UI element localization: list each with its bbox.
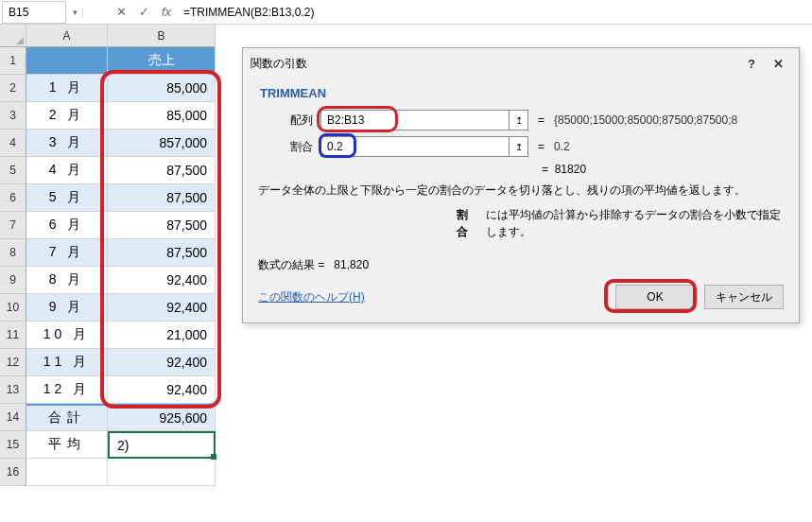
row-header[interactable]: 11: [0, 322, 26, 349]
row-header[interactable]: 8: [0, 239, 26, 267]
ok-button[interactable]: OK: [615, 285, 695, 309]
row-header[interactable]: 5: [0, 157, 26, 184]
cell-B13[interactable]: 92,400: [108, 376, 216, 404]
dialog-close-button[interactable]: ✕: [765, 54, 791, 73]
result-value: 81,820: [334, 258, 369, 271]
cell-A11[interactable]: 10 月: [26, 322, 108, 349]
cell-A7[interactable]: 6 月: [26, 212, 108, 239]
cancel-button[interactable]: キャンセル: [704, 285, 784, 309]
dialog-help-button[interactable]: ?: [738, 54, 765, 73]
cell-A9[interactable]: 8 月: [26, 267, 108, 294]
cell-A14[interactable]: 合計: [26, 404, 108, 431]
cell-B9[interactable]: 92,400: [108, 267, 216, 294]
arg-result-percent: 0.2: [554, 140, 784, 153]
arrow-up-icon: ↥: [515, 142, 523, 152]
dialog-titlebar[interactable]: 関数の引数 ? ✕: [243, 48, 799, 78]
cell-A13[interactable]: 12 月: [26, 376, 108, 404]
calc-value: 81820: [555, 163, 586, 176]
arg-label-array: 配列: [258, 113, 313, 129]
close-icon: ✕: [773, 57, 784, 71]
arg-result-array: {85000;15000;85000;87500;87500;8: [554, 113, 784, 127]
arg-label-percent: 割合: [258, 139, 313, 155]
cell-B3[interactable]: 85,000: [108, 102, 216, 130]
row-header[interactable]: 3: [0, 102, 26, 130]
result-label: 数式の結果 =: [258, 258, 324, 271]
cell-A6[interactable]: 5 月: [26, 184, 108, 212]
cell-B7[interactable]: 87,500: [108, 212, 216, 239]
row-header[interactable]: 14: [0, 404, 26, 431]
cell-A12[interactable]: 11 月: [26, 349, 108, 376]
cell-A3[interactable]: 2 月: [26, 102, 108, 130]
function-name-label: TRIMMEAN: [260, 86, 784, 100]
row-header[interactable]: 2: [0, 75, 26, 102]
cell-A2[interactable]: 1 月: [26, 75, 108, 102]
arg-help-text: には平均値の計算から排除するデータの割合を小数で指定します。: [486, 206, 784, 240]
row-header[interactable]: 16: [0, 459, 26, 486]
cell-B12[interactable]: 92,400: [108, 349, 216, 376]
cell-B8[interactable]: 87,500: [108, 239, 216, 267]
row-header[interactable]: 1: [0, 47, 26, 75]
equals-sign: =: [538, 140, 544, 153]
confirm-entry-button[interactable]: ✓: [132, 1, 155, 24]
cell-B10[interactable]: 92,400: [108, 294, 216, 322]
row-header[interactable]: 12: [0, 349, 26, 376]
cell-A5[interactable]: 4 月: [26, 157, 108, 184]
cell-B14[interactable]: 925,600: [108, 404, 216, 431]
row-header[interactable]: 4: [0, 130, 26, 157]
name-box-dropdown[interactable]: ▾: [68, 8, 83, 17]
insert-function-button[interactable]: fx: [155, 1, 178, 24]
arg-input-percent[interactable]: [320, 136, 510, 157]
name-box[interactable]: B15: [2, 1, 66, 24]
function-arguments-dialog: 関数の引数 ? ✕ TRIMMEAN 配列 ↥ = {85000;15000;8…: [242, 47, 800, 323]
question-icon: ?: [748, 57, 755, 71]
cell-B16[interactable]: [108, 459, 216, 486]
check-icon: ✓: [139, 5, 149, 19]
row-header[interactable]: 9: [0, 267, 26, 294]
cell-A8[interactable]: 7 月: [26, 239, 108, 267]
row-header[interactable]: 6: [0, 184, 26, 212]
equals-sign: =: [542, 163, 555, 176]
select-all-triangle[interactable]: [0, 25, 26, 47]
column-header-B[interactable]: B: [108, 25, 216, 47]
cell-A16[interactable]: [26, 459, 108, 486]
function-help-link[interactable]: この関数のヘルプ(H): [258, 289, 606, 305]
cell-B6[interactable]: 87,500: [108, 184, 216, 212]
collapse-dialog-button[interactable]: ↥: [510, 136, 528, 157]
cell-A4[interactable]: 3 月: [26, 130, 108, 157]
cell-B11[interactable]: 21,000: [108, 322, 216, 349]
cell-A15[interactable]: 平均: [26, 431, 108, 459]
cell-B2[interactable]: 85,000: [108, 75, 216, 102]
row-header[interactable]: 15: [0, 431, 26, 459]
cell-B15-active[interactable]: 2): [108, 431, 216, 459]
arg-help-name: 割合: [457, 206, 476, 240]
equals-sign: =: [538, 113, 544, 127]
cell-B4[interactable]: 857,000: [108, 130, 216, 157]
function-description: データ全体の上限と下限から一定の割合のデータを切り落とし、残りの項の平均値を返し…: [258, 182, 784, 199]
collapse-dialog-button[interactable]: ↥: [510, 110, 528, 130]
dialog-title: 関数の引数: [251, 56, 738, 72]
cell-A10[interactable]: 9 月: [26, 294, 108, 322]
formula-input[interactable]: [178, 4, 812, 21]
row-header[interactable]: 13: [0, 376, 26, 404]
cell-B5[interactable]: 87,500: [108, 157, 216, 184]
row-header[interactable]: 10: [0, 294, 26, 322]
formula-bar-row: B15 ▾ ✕ ✓ fx: [0, 0, 812, 25]
cell-B1[interactable]: 売上: [108, 47, 216, 75]
arrow-up-icon: ↥: [515, 115, 523, 126]
cancel-entry-button[interactable]: ✕: [110, 1, 132, 24]
cell-A1[interactable]: [26, 47, 108, 75]
arg-input-array[interactable]: [320, 110, 510, 130]
column-header-A[interactable]: A: [26, 25, 108, 47]
x-icon: ✕: [116, 5, 127, 19]
row-header[interactable]: 7: [0, 212, 26, 239]
chevron-down-icon: ▾: [73, 8, 78, 17]
